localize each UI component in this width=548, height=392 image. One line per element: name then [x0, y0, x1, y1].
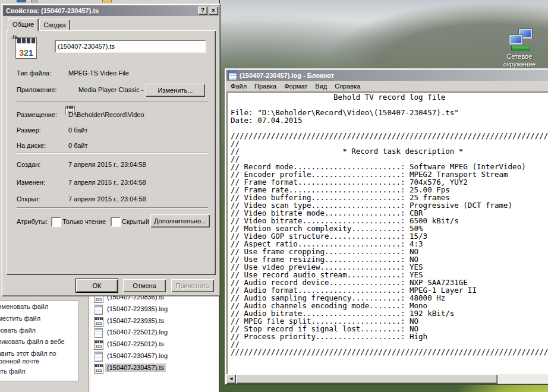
file-name: (150407-223935).log — [105, 305, 169, 313]
scroll-left-button[interactable]: ◄ — [226, 374, 236, 384]
monitor-front-icon — [509, 34, 523, 45]
app-value: Media Player Classic - — [78, 86, 143, 93]
separator — [17, 153, 208, 154]
attributes-label: Атрибуты: — [17, 218, 48, 225]
tab-general[interactable]: Общие — [8, 18, 39, 31]
filename-input[interactable] — [55, 40, 206, 53]
desktop-icon-network-places[interactable]: Сетевое окружение — [492, 26, 547, 71]
size-label: Размер: — [17, 127, 41, 134]
icon-digit-1: 1 — [29, 48, 33, 58]
task-link-rename[interactable]: Переименовать файл — [0, 303, 73, 311]
change-app-button[interactable]: Изменить... — [146, 84, 205, 97]
notepad-text-area[interactable]: Behold TV record log file File: "D:\Beho… — [226, 91, 548, 377]
ts-file-icon: 321 — [94, 340, 103, 350]
network-icon-label-line1: Сетевое — [492, 53, 547, 61]
hidden-label: Скрытый — [122, 218, 149, 225]
task-link-delete[interactable]: Удалить файл — [0, 368, 73, 375]
log-file-icon — [95, 305, 103, 315]
separator — [17, 101, 208, 102]
file-name: (150407-225012).ts — [105, 340, 166, 348]
icon-digit-3: 3 — [19, 48, 24, 58]
menu-edit[interactable]: Правка — [254, 83, 276, 90]
type-value: MPEG-TS Video File — [68, 69, 129, 77]
notepad-menubar: Файл Правка Формат Вид Справка — [226, 81, 548, 91]
app-label: Приложение: — [17, 86, 57, 93]
notepad-window: (150407-230457).log - Блокнот Файл Правк… — [225, 68, 548, 385]
file-row[interactable]: 321 (150407-223935).ts — [94, 316, 103, 327]
hidden-checkbox[interactable] — [111, 217, 121, 227]
explorer-toolbar-icon-blue[interactable] — [17, 0, 26, 2]
menu-help[interactable]: Справка — [335, 83, 360, 90]
tab-page-general: .ts 321 Тип файла: MPEG-TS Video File Пр… — [6, 30, 216, 275]
task-link-email[interactable]: Отправить этот файл по электронной почте — [0, 350, 73, 365]
file-name: (150407-230457).ts — [105, 363, 166, 372]
menu-view[interactable]: Вид — [315, 83, 327, 90]
tab-summary[interactable]: Сводка — [39, 20, 70, 30]
network-cable-icon — [511, 46, 530, 50]
network-places-icon — [505, 27, 534, 51]
created-value: 7 апреля 2015 г., 23:04:58 — [68, 161, 146, 168]
file-ext-label: .ts — [11, 34, 18, 40]
network-icon-label-line2: окружение — [492, 61, 547, 68]
task-link-copy[interactable]: Копировать файл — [0, 327, 73, 334]
screen: Сетевое окружение Переименовать файл Пер… — [0, 0, 548, 392]
notepad-icon — [228, 71, 237, 80]
scroll-thumb[interactable] — [236, 374, 497, 384]
ts-file-icon: 321 — [94, 317, 103, 327]
file-name: (150407-223935).ts — [105, 317, 166, 325]
opened-value: 7 апреля 2015 г., 23:04:58 — [68, 195, 146, 203]
icon-digit-2: 2 — [24, 48, 29, 58]
properties-dialog: Свойства: (150407-230457).ts ? × Общие С… — [1, 4, 221, 296]
location-value: D:\Beholder\Record\Video — [68, 111, 144, 118]
log-file-icon — [95, 352, 103, 362]
dialog-titlebar[interactable]: Свойства: (150407-230457).ts — [3, 5, 219, 16]
file-name: (150407-230457).log — [105, 352, 169, 360]
modified-label: Изменен: — [17, 179, 45, 186]
created-label: Создан: — [17, 161, 40, 168]
ok-button[interactable]: ОК — [76, 279, 118, 292]
opened-label: Открыт: — [17, 195, 41, 203]
advanced-button[interactable]: Дополнительно... — [150, 214, 210, 227]
menu-format[interactable]: Формат — [284, 83, 307, 90]
explorer-toolbar-icon-gray[interactable] — [31, 0, 37, 2]
menu-file[interactable]: Файл — [231, 83, 247, 90]
file-row[interactable]: 321 (150407-225012).ts — [94, 339, 103, 350]
notepad-title: (150407-230457).log - Блокнот — [240, 72, 334, 79]
help-button[interactable]: ? — [198, 7, 207, 15]
pane-separator — [89, 287, 90, 392]
size-value: 0 байт — [68, 127, 88, 134]
ondisk-label: На диске: — [17, 142, 46, 149]
ondisk-value: 0 байт — [68, 142, 88, 149]
horizontal-scrollbar[interactable]: ◄ — [226, 374, 548, 384]
notepad-titlebar[interactable]: (150407-230457).log - Блокнот — [226, 70, 548, 81]
file-name: (150407-225012).log — [105, 328, 169, 336]
task-link-publish[interactable]: Опубликовать файл в вебе — [0, 338, 73, 346]
ts-file-icon: 321 — [94, 364, 103, 374]
readonly-checkbox[interactable] — [51, 217, 61, 227]
ts-file-icon-large: 321 — [15, 37, 37, 59]
cancel-button[interactable]: Отмена — [123, 279, 166, 292]
separator — [17, 207, 208, 208]
task-link-move[interactable]: Переместить файл — [0, 315, 73, 323]
log-file-icon — [95, 328, 103, 338]
file-row-selected[interactable]: 321 (150407-230457).ts — [94, 363, 103, 374]
type-label: Тип файла: — [17, 69, 51, 77]
dialog-title: Свойства: (150407-230457).ts — [3, 7, 99, 14]
log-text: Behold TV record log file File: "D:\Beho… — [228, 93, 548, 356]
apply-button[interactable]: Применить — [171, 279, 214, 292]
readonly-label: Только чтение — [62, 218, 106, 225]
location-label: Размещение: — [17, 111, 57, 118]
close-button[interactable]: × — [209, 7, 218, 15]
explorer-toolbar-icon-folder[interactable] — [102, 0, 112, 2]
modified-value: 7 апреля 2015 г., 23:04:58 — [68, 179, 146, 186]
